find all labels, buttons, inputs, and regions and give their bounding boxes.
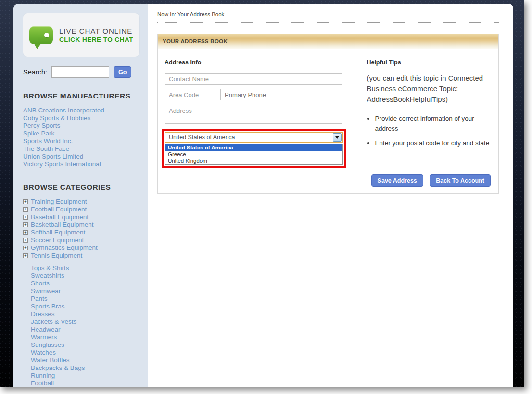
helpful-tips-heading: Helpful Tips <box>367 59 492 66</box>
dropdown-arrow-icon[interactable] <box>333 133 342 142</box>
country-select[interactable]: United States of America <box>165 132 343 143</box>
area-code-input[interactable] <box>165 89 217 100</box>
category-list-plain: Tops & ShirtsSweatshirtsShortsSwimwearPa… <box>23 264 139 387</box>
panel-footer: Save Address Back To Account <box>165 170 492 193</box>
category-label: Soccer Equipment <box>31 236 84 244</box>
category-link[interactable]: Dresses <box>23 310 139 318</box>
sidebar-divider <box>23 176 139 176</box>
tip-item: Enter your postal code for city and stat… <box>375 138 492 148</box>
primary-phone-input[interactable] <box>220 89 342 100</box>
address-book-panel: YOUR ADDRESS BOOK Address Info United <box>157 34 499 194</box>
manufacturers-heading: BROWSE MANUFACTURERS <box>23 92 139 100</box>
category-link[interactable]: Sports Bras <box>23 303 139 310</box>
category-link[interactable]: +Training Equipment <box>23 198 139 206</box>
expand-plus-icon[interactable]: + <box>23 253 28 258</box>
category-link[interactable]: Pants <box>23 295 139 303</box>
expand-plus-icon[interactable]: + <box>23 199 28 204</box>
expand-plus-icon[interactable]: + <box>23 215 28 220</box>
search-bar: Search: Go <box>23 66 139 78</box>
address-textarea[interactable] <box>165 105 342 124</box>
category-label: Training Equipment <box>31 198 87 205</box>
manufacturer-link[interactable]: The South Face <box>23 145 139 153</box>
manufacturer-link[interactable]: Victory Sports International <box>23 160 139 168</box>
expand-plus-icon[interactable]: + <box>23 207 28 212</box>
category-link[interactable]: +Softball Equipment <box>23 229 139 236</box>
category-label: Baseball Equipment <box>31 213 89 221</box>
main-content: Now In: Your Address Book YOUR ADDRESS B… <box>148 4 513 387</box>
category-link[interactable]: Swimwear <box>23 287 139 295</box>
screenshot-background: LIVE CHAT ONLINE CLICK HERE TO CHAT Sear… <box>0 0 524 387</box>
tips-note: (you can edit this topic in Connected Bu… <box>367 73 492 104</box>
category-link[interactable]: +Gymnastics Equipment <box>23 244 139 252</box>
breadcrumb: Now In: Your Address Book <box>157 12 499 17</box>
manufacturer-link[interactable]: Coby Sports & Hobbies <box>23 114 139 122</box>
country-select-value: United States of America <box>165 133 342 142</box>
category-link[interactable]: Football <box>23 380 139 387</box>
country-option[interactable]: United States of America <box>165 144 342 151</box>
tip-item: Provide correct information of your addr… <box>375 114 492 134</box>
category-label: Tennis Equipment <box>31 252 82 259</box>
category-link[interactable]: +Baseball Equipment <box>23 213 139 221</box>
expand-plus-icon[interactable]: + <box>23 230 28 235</box>
category-label: Softball Equipment <box>31 229 85 236</box>
contact-name-input[interactable] <box>165 73 342 85</box>
country-option[interactable]: United Kingdom <box>165 158 342 164</box>
save-address-button[interactable]: Save Address <box>371 174 423 187</box>
sidebar: LIVE CHAT ONLINE CLICK HERE TO CHAT Sear… <box>13 4 148 387</box>
category-link[interactable]: Water Bottles <box>23 357 139 364</box>
category-label: Basketball Equipment <box>31 221 94 228</box>
live-chat-banner[interactable]: LIVE CHAT ONLINE CLICK HERE TO CHAT <box>23 13 139 57</box>
tips-list: Provide correct information of your addr… <box>367 114 492 148</box>
live-chat-link[interactable]: CLICK HERE TO CHAT <box>59 36 133 43</box>
category-label: Gymnastics Equipment <box>31 244 98 251</box>
category-link[interactable]: +Basketball Equipment <box>23 221 139 229</box>
category-link[interactable]: Sweatshirts <box>23 272 139 280</box>
manufacturer-link[interactable]: Percy Sports <box>23 122 139 130</box>
country-option[interactable]: Greece <box>165 151 342 158</box>
address-form: Address Info United States of America <box>165 59 350 170</box>
back-to-account-button[interactable]: Back To Account <box>430 174 491 187</box>
category-link[interactable]: Watches <box>23 349 139 357</box>
chat-bubble-icon <box>29 26 53 44</box>
expand-plus-icon[interactable]: + <box>23 238 28 243</box>
category-link[interactable]: Shorts <box>23 280 139 287</box>
categories-heading: BROWSE CATEGORIES <box>23 183 139 192</box>
manufacturer-link[interactable]: ANB Creations Incorporated <box>23 107 139 114</box>
category-link[interactable]: Sunglasses <box>23 341 139 349</box>
search-input[interactable] <box>51 66 109 78</box>
sidebar-divider <box>23 85 139 85</box>
category-link[interactable]: +Tennis Equipment <box>23 252 139 259</box>
category-link[interactable]: Headwear <box>23 326 139 333</box>
expand-plus-icon[interactable]: + <box>23 246 28 250</box>
page-container: LIVE CHAT ONLINE CLICK HERE TO CHAT Sear… <box>13 4 513 387</box>
panel-title: YOUR ADDRESS BOOK <box>158 34 498 49</box>
category-label: Football Equipment <box>31 206 87 213</box>
helpful-tips: Helpful Tips (you can edit this topic in… <box>367 59 492 170</box>
category-link[interactable]: Backpacks & Bags <box>23 364 139 372</box>
category-link[interactable]: Warmers <box>23 333 139 341</box>
category-link[interactable]: Running <box>23 372 139 380</box>
category-link[interactable]: +Soccer Equipment <box>23 236 139 244</box>
breadcrumb-divider <box>157 22 499 23</box>
manufacturer-link[interactable]: Union Sports Limited <box>23 153 139 160</box>
manufacturer-list: ANB Creations IncorporatedCoby Sports & … <box>23 107 139 168</box>
category-link[interactable]: +Football Equipment <box>23 206 139 213</box>
address-info-heading: Address Info <box>165 59 350 66</box>
search-label: Search: <box>23 68 47 76</box>
manufacturer-link[interactable]: Spike Park <box>23 130 139 137</box>
search-go-button[interactable]: Go <box>114 66 131 78</box>
live-chat-title: LIVE CHAT ONLINE <box>59 27 133 35</box>
annotation-highlight-box: United States of America United States o… <box>162 129 346 168</box>
category-link[interactable]: Jackets & Vests <box>23 318 139 326</box>
country-option-list: United States of AmericaGreeceUnited Kin… <box>165 144 343 165</box>
expand-plus-icon[interactable]: + <box>23 222 28 227</box>
category-list-expandable: +Training Equipment+Football Equipment+B… <box>23 198 139 259</box>
category-link[interactable]: Tops & Shirts <box>23 264 139 272</box>
manufacturer-link[interactable]: Sports World Inc. <box>23 137 139 145</box>
